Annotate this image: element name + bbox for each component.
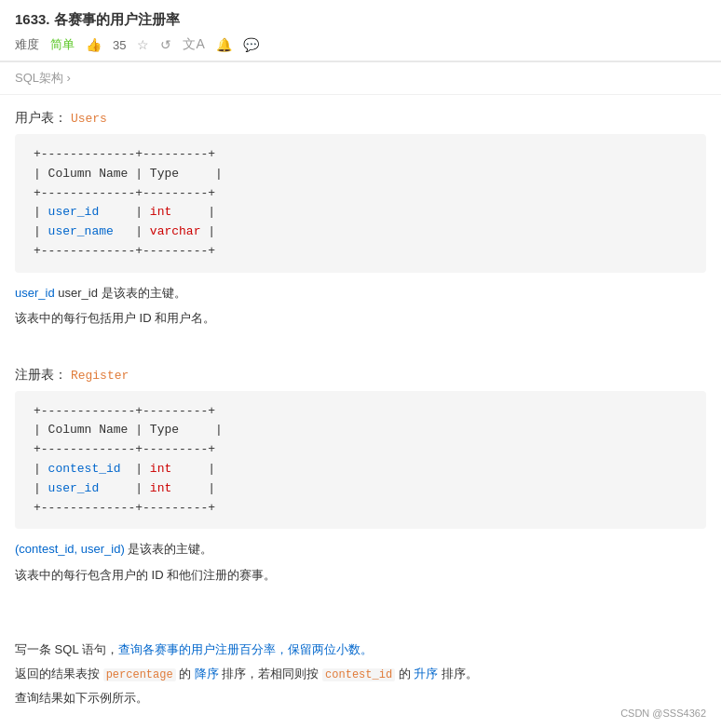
users-schema-line-4: | user_name | varchar |: [34, 222, 687, 242]
register-schema-line-5: +-------------+---------+: [34, 499, 687, 519]
star-icon[interactable]: ☆: [137, 37, 149, 52]
comment-icon[interactable]: 💬: [243, 37, 259, 52]
order1-text: 降序: [195, 667, 219, 681]
question-section: 写一条 SQL 语句，查询各赛事的用户注册百分率，保留两位小数。 返回的结果表按…: [0, 638, 721, 725]
users-schema-line-5: +-------------+---------+: [34, 242, 687, 262]
register-table-section: 注册表： Register +-------------+---------+ …: [15, 367, 706, 586]
difficulty-label: 难度: [15, 36, 39, 53]
users-schema-line-0: +-------------+---------+: [34, 145, 687, 165]
register-schema-line-4: | user_id | int |: [34, 479, 687, 499]
content-area: 用户表： Users +-------------+---------+ | C…: [0, 95, 721, 619]
question-highlight1: 查询各赛事的用户注册百分率，保留两位小数。: [118, 642, 373, 656]
users-table-section: 用户表： Users +-------------+---------+ | C…: [15, 110, 706, 330]
users-note1: user_id user_id 是该表的主键。: [15, 282, 706, 303]
register-schema-box: +-------------+---------+ | Column Name …: [15, 391, 706, 530]
register-table-name: Register: [71, 369, 129, 383]
question-line2: 返回的结果表按 percentage 的 降序 排序，若相同则按 contest…: [15, 662, 706, 686]
difficulty-value: 简单: [50, 36, 75, 53]
users-table-label: 用户表： Users: [15, 110, 706, 127]
like-count: 35: [113, 38, 126, 52]
percentage-keyword: percentage: [103, 668, 176, 681]
top-bar: 1633. 各赛事的用户注册率 难度 简单 👍 35 ☆ ↺ 文A 🔔 💬: [0, 0, 721, 61]
register-note2: 该表中的每行包含用户的 ID 和他们注册的赛事。: [15, 564, 706, 586]
register-table-label: 注册表： Register: [15, 367, 706, 384]
breadcrumb[interactable]: SQL架构 ›: [0, 62, 721, 95]
users-note2: 该表中的每行包括用户 ID 和用户名。: [15, 307, 706, 329]
problem-title-text: 各赛事的用户注册率: [54, 11, 180, 27]
problem-number: 1633.: [15, 11, 50, 27]
translate-icon[interactable]: 文A: [183, 36, 204, 53]
thumbup-icon[interactable]: 👍: [86, 37, 102, 52]
register-note1: (contest_id, user_id) 是该表的主键。: [15, 538, 706, 559]
bell-icon[interactable]: 🔔: [216, 37, 232, 52]
meta-row: 难度 简单 👍 35 ☆ ↺ 文A 🔔 💬: [15, 36, 706, 53]
order2-text: 升序: [414, 667, 438, 681]
breadcrumb-text: SQL架构 ›: [15, 71, 71, 85]
question-line1: 写一条 SQL 语句，查询各赛事的用户注册百分率，保留两位小数。: [15, 638, 706, 662]
users-schema-line-3: | user_id | int |: [34, 203, 687, 222]
contest-id-keyword: contest_id: [322, 668, 395, 681]
refresh-icon[interactable]: ↺: [160, 37, 171, 52]
register-schema-line-1: | Column Name | Type |: [34, 421, 687, 440]
users-table-name: Users: [71, 112, 107, 126]
register-schema-line-0: +-------------+---------+: [34, 402, 687, 422]
users-schema-box: +-------------+---------+ | Column Name …: [15, 134, 706, 273]
question-line3: 查询结果如下示例所示。: [15, 686, 706, 710]
footer-brand: CSDN @SSS4362: [620, 708, 706, 719]
users-schema-line-1: | Column Name | Type |: [34, 165, 687, 184]
users-schema-line-2: +-------------+---------+: [34, 184, 687, 204]
problem-title: 1633. 各赛事的用户注册率: [15, 11, 706, 29]
register-schema-line-3: | contest_id | int |: [34, 460, 687, 479]
register-schema-line-2: +-------------+---------+: [34, 440, 687, 460]
